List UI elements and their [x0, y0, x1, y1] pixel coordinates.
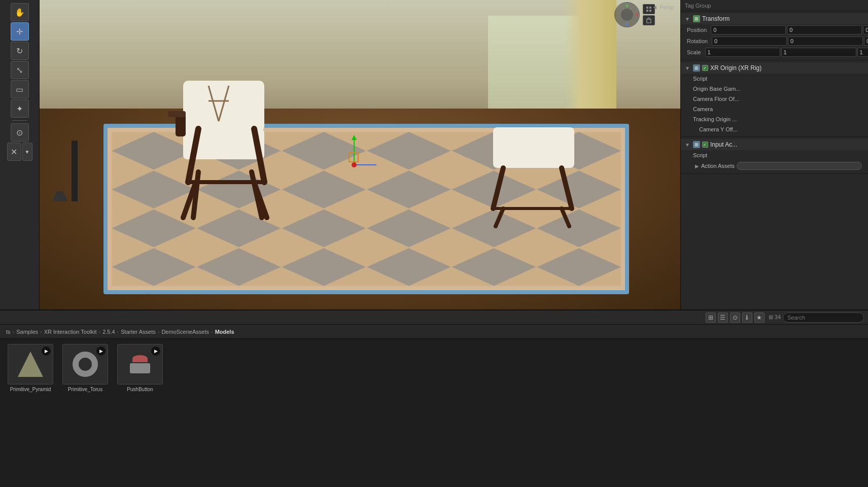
position-fields: [711, 25, 868, 34]
action-assets-input[interactable]: [737, 162, 862, 170]
svg-line-15: [493, 168, 503, 208]
info-btn[interactable]: ℹ: [742, 312, 752, 323]
pyramid-shape-icon: [18, 352, 43, 377]
rect-tool-btn[interactable]: ▭: [11, 80, 29, 98]
breadcrumb-item-ts[interactable]: ts: [6, 329, 11, 335]
grid-view-btn[interactable]: ⊞: [706, 312, 716, 323]
position-y[interactable]: [787, 25, 862, 34]
rotation-z[interactable]: [864, 37, 868, 46]
camera-y-off-row[interactable]: Camera Y Off...: [681, 124, 868, 134]
rug-cell: [452, 248, 536, 286]
breadcrumb-sep-1: ›: [13, 329, 15, 335]
xr-origin-checkbox[interactable]: ✓: [702, 65, 708, 71]
asset-item-pyramid[interactable]: ▶ Primitive_Pyramid: [5, 344, 56, 392]
transform-section-header[interactable]: ▼ ⊞ Transform: [681, 13, 868, 24]
camera-floor-row[interactable]: Camera Floor Of...: [681, 94, 868, 104]
asset-thumb-pyramid: ▶: [8, 344, 53, 385]
svg-rect-22: [646, 10, 648, 12]
input-action-checkbox[interactable]: ✓: [702, 142, 708, 148]
viewport[interactable]: Y X Z Persp: [40, 0, 680, 309]
hand-tool-btn[interactable]: ✋: [11, 3, 29, 21]
origin-base-row[interactable]: Origin Base Gam...: [681, 84, 868, 94]
transform-chevron-icon: ▼: [685, 16, 690, 22]
pushbutton-play-btn[interactable]: ▶: [151, 346, 160, 356]
list-view-btn[interactable]: ☰: [718, 312, 728, 323]
breadcrumb-item-demo[interactable]: DemoSceneAssets: [161, 329, 209, 335]
input-action-header[interactable]: ▼ ⊞ ✓ Input Ac...: [681, 139, 868, 150]
asset-thumb-torus: ▶: [62, 344, 108, 385]
svg-rect-21: [649, 7, 651, 9]
scene-chair-left: [168, 71, 290, 223]
filter-btn[interactable]: ⊙: [730, 312, 740, 323]
breadcrumb-item-version[interactable]: 2.5.4: [102, 329, 115, 335]
camera-floor-label: Camera Floor Of...: [693, 96, 862, 102]
scale-x[interactable]: [705, 48, 780, 57]
custom-tool-dropdown[interactable]: ▼: [22, 143, 32, 161]
xr-origin-chevron-icon: ▼: [685, 65, 690, 71]
pushbutton-name: PushButton: [127, 387, 153, 392]
breadcrumb-item-samples[interactable]: Samples: [16, 329, 38, 335]
persp-label[interactable]: Persp: [652, 4, 674, 10]
scale-fields: [705, 48, 868, 57]
torus-play-btn[interactable]: ▶: [96, 346, 106, 356]
breadcrumb-item-starter[interactable]: Starter Assets: [121, 329, 155, 335]
xr-origin-header[interactable]: ▼ ⊞ ✓ XR Origin (XR Rig): [681, 62, 868, 74]
rug-cell: [367, 248, 451, 286]
scale-row: Scale: [681, 47, 868, 58]
position-x[interactable]: [711, 25, 786, 34]
rug-cell: [282, 210, 366, 247]
svg-line-19: [562, 208, 569, 226]
scale-tool-btn[interactable]: ⤡: [11, 61, 29, 79]
scale-y[interactable]: [781, 48, 856, 57]
origin-base-label: Origin Base Gam...: [693, 86, 862, 92]
pyramid-play-btn[interactable]: ▶: [42, 346, 51, 356]
rug-cell: [282, 248, 366, 286]
xr-origin-icon: ⊞: [693, 64, 700, 72]
camera-row[interactable]: Camera: [681, 104, 868, 114]
asset-item-torus[interactable]: ▶ Primitive_Torus: [60, 344, 111, 392]
nav-btn-2[interactable]: [643, 15, 655, 25]
viewport-scene: Y X Z Persp: [40, 0, 680, 309]
xr-origin-section: ▼ ⊞ ✓ XR Origin (XR Rig) Script Origin B…: [681, 60, 868, 137]
torus-shape-icon: [73, 352, 98, 377]
xr-script-label: Script: [693, 76, 862, 82]
custom-tool1-btn[interactable]: ⊙: [11, 123, 29, 142]
svg-rect-24: [647, 19, 651, 23]
xr-origin-title: XR Origin (XR Rig): [710, 64, 761, 72]
scale-label: Scale: [687, 49, 701, 55]
assets-toolbar: ⊞ ☰ ⊙ ℹ ★ ⊞ 34: [0, 310, 868, 325]
zoom-label: ⊞ 34: [769, 314, 781, 321]
custom-tool2-btn[interactable]: ✕: [7, 143, 21, 161]
nav-gizmo[interactable]: Y X Z: [614, 2, 640, 27]
svg-line-7: [193, 172, 198, 218]
breadcrumb-item-xrit[interactable]: XR Interaction Toolkit: [44, 329, 97, 335]
toolbar-divider: [12, 120, 27, 121]
svg-rect-23: [649, 10, 651, 12]
input-action-icon: ⊞: [693, 141, 700, 148]
pushbutton-shape-icon: [130, 355, 150, 373]
bottom-area: ⊞ ☰ ⊙ ℹ ★ ⊞ 34 ts › Samples › XR Interac…: [0, 309, 868, 487]
rotation-y[interactable]: [788, 37, 863, 46]
position-label: Position: [687, 27, 707, 33]
rotate-tool-btn[interactable]: ↻: [11, 42, 29, 60]
search-input[interactable]: [783, 312, 864, 323]
position-z[interactable]: [863, 25, 868, 34]
svg-line-16: [562, 168, 572, 208]
rug-cell: [197, 248, 281, 286]
move-tool-btn[interactable]: ✛: [11, 22, 29, 41]
rotation-x[interactable]: [712, 37, 787, 46]
camera-label: Camera: [693, 106, 862, 112]
tracking-origin-row[interactable]: Tracking Origin ...: [681, 114, 868, 124]
input-script-row: Script: [681, 150, 868, 160]
scale-z[interactable]: [857, 48, 868, 57]
rug-cell: [367, 170, 451, 208]
rotation-fields: [712, 37, 868, 46]
scene-lamp-pole: [72, 141, 78, 201]
breadcrumb-item-models[interactable]: Models: [215, 329, 234, 335]
asset-item-pushbutton[interactable]: ▶ PushButton: [115, 344, 165, 392]
transform-icon: ⊞: [693, 15, 700, 22]
star-btn[interactable]: ★: [754, 312, 765, 323]
transform-tool-btn[interactable]: ✦: [11, 99, 29, 118]
breadcrumb-sep-4: ›: [117, 329, 119, 335]
assets-grid: ▶ Primitive_Pyramid ▶ Primitive_Torus ▶ …: [0, 339, 868, 487]
